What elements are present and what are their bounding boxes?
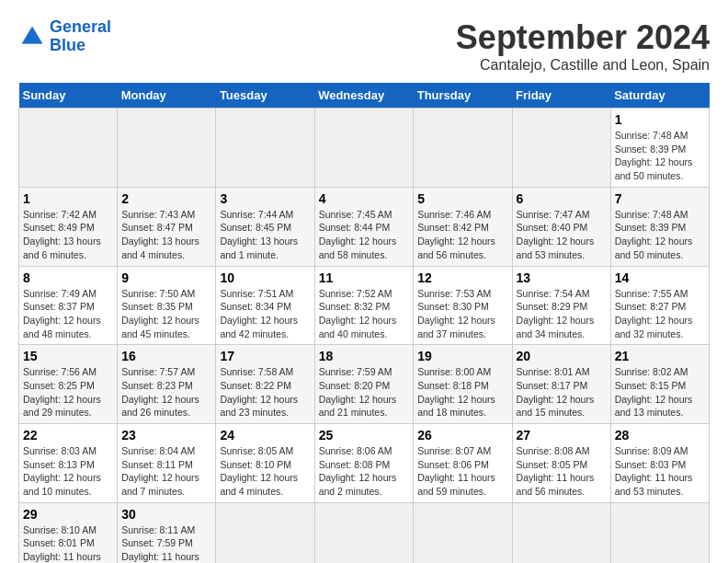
day-number: 29: [23, 507, 113, 522]
day-info: Sunrise: 8:10 AMSunset: 8:01 PMDaylight:…: [23, 523, 113, 563]
calendar-day-cell: 25Sunrise: 8:06 AMSunset: 8:08 PMDayligh…: [314, 424, 414, 503]
calendar-day-cell: 23Sunrise: 8:04 AMSunset: 8:11 PMDayligh…: [118, 424, 216, 503]
calendar-day-cell: 4Sunrise: 7:45 AMSunset: 8:44 PMDaylight…: [314, 187, 414, 266]
day-number: 22: [23, 428, 113, 442]
calendar-day-cell: 30Sunrise: 8:11 AMSunset: 7:59 PMDayligh…: [118, 502, 216, 563]
calendar-day-cell: 2Sunrise: 7:43 AMSunset: 8:47 PMDaylight…: [118, 187, 216, 266]
title-section: September 2024 Cantalejo, Castille and L…: [456, 18, 710, 74]
day-info: Sunrise: 7:43 AMSunset: 8:47 PMDaylight:…: [121, 208, 211, 262]
day-number: 19: [417, 349, 507, 363]
weekday-header-cell: Monday: [118, 83, 216, 109]
day-number: 24: [220, 428, 310, 442]
calendar-day-cell: [19, 109, 118, 188]
weekday-header-cell: Friday: [512, 83, 610, 109]
day-info: Sunrise: 7:42 AMSunset: 8:49 PMDaylight:…: [23, 208, 113, 262]
day-info: Sunrise: 7:56 AMSunset: 8:25 PMDaylight:…: [23, 365, 113, 419]
weekday-header-cell: Wednesday: [314, 83, 414, 109]
day-number: 21: [615, 349, 705, 363]
day-number: 14: [615, 270, 705, 285]
calendar-week-row: 8Sunrise: 7:49 AMSunset: 8:37 PMDaylight…: [19, 266, 710, 345]
day-number: 6: [517, 191, 607, 206]
calendar-day-cell: 8Sunrise: 7:49 AMSunset: 8:37 PMDaylight…: [19, 266, 118, 345]
weekday-header-row: SundayMondayTuesdayWednesdayThursdayFrid…: [19, 83, 710, 109]
day-number: 10: [220, 270, 310, 285]
day-number: 3: [220, 191, 310, 206]
day-number: 26: [417, 428, 507, 442]
day-number: 12: [417, 270, 507, 285]
day-info: Sunrise: 8:01 AMSunset: 8:17 PMDaylight:…: [517, 365, 607, 419]
day-number: 16: [121, 349, 211, 363]
calendar-day-cell: [414, 109, 512, 188]
calendar-day-cell: 20Sunrise: 8:01 AMSunset: 8:17 PMDayligh…: [512, 345, 610, 424]
day-info: Sunrise: 7:49 AMSunset: 8:37 PMDaylight:…: [23, 287, 113, 341]
day-info: Sunrise: 7:55 AMSunset: 8:27 PMDaylight:…: [615, 287, 705, 341]
month-title: September 2024: [456, 18, 710, 57]
day-number: 17: [220, 349, 310, 363]
day-number: 13: [517, 270, 607, 285]
day-info: Sunrise: 7:52 AMSunset: 8:32 PMDaylight:…: [319, 287, 410, 341]
calendar-body: 1Sunrise: 7:48 AMSunset: 8:39 PMDaylight…: [19, 109, 710, 564]
day-number: 30: [121, 507, 211, 522]
day-info: Sunrise: 7:53 AMSunset: 8:30 PMDaylight:…: [417, 287, 507, 341]
calendar-day-cell: [118, 109, 216, 188]
calendar-day-cell: 12Sunrise: 7:53 AMSunset: 8:30 PMDayligh…: [414, 266, 512, 345]
calendar-day-cell: 5Sunrise: 7:46 AMSunset: 8:42 PMDaylight…: [414, 187, 512, 266]
calendar-day-cell: 11Sunrise: 7:52 AMSunset: 8:32 PMDayligh…: [314, 266, 414, 345]
day-info: Sunrise: 8:08 AMSunset: 8:05 PMDaylight:…: [517, 444, 607, 499]
day-number: 9: [121, 270, 211, 285]
calendar-day-cell: 19Sunrise: 8:00 AMSunset: 8:18 PMDayligh…: [414, 345, 512, 424]
calendar-day-cell: 27Sunrise: 8:08 AMSunset: 8:05 PMDayligh…: [512, 424, 610, 503]
day-number: 27: [517, 428, 607, 442]
day-number: 2: [121, 191, 211, 206]
calendar-day-cell: 7Sunrise: 7:48 AMSunset: 8:39 PMDaylight…: [610, 187, 709, 266]
day-number: 28: [615, 428, 705, 442]
day-info: Sunrise: 7:44 AMSunset: 8:45 PMDaylight:…: [220, 208, 310, 262]
calendar-day-cell: 18Sunrise: 7:59 AMSunset: 8:20 PMDayligh…: [314, 345, 414, 424]
day-info: Sunrise: 7:58 AMSunset: 8:22 PMDaylight:…: [220, 365, 310, 419]
location-title: Cantalejo, Castille and Leon, Spain: [456, 57, 710, 74]
weekday-header-cell: Thursday: [414, 83, 512, 109]
calendar-week-row: 29Sunrise: 8:10 AMSunset: 8:01 PMDayligh…: [19, 502, 710, 563]
logo: General Blue: [18, 18, 111, 55]
calendar-day-cell: 9Sunrise: 7:50 AMSunset: 8:35 PMDaylight…: [118, 266, 216, 345]
day-info: Sunrise: 7:48 AMSunset: 8:39 PMDaylight:…: [615, 129, 705, 183]
calendar-day-cell: [314, 109, 414, 188]
day-info: Sunrise: 7:50 AMSunset: 8:35 PMDaylight:…: [121, 287, 211, 341]
day-info: Sunrise: 8:02 AMSunset: 8:15 PMDaylight:…: [615, 365, 705, 419]
day-info: Sunrise: 8:05 AMSunset: 8:10 PMDaylight:…: [220, 444, 310, 499]
calendar-day-cell: 10Sunrise: 7:51 AMSunset: 8:34 PMDayligh…: [216, 266, 314, 345]
calendar-day-cell: 3Sunrise: 7:44 AMSunset: 8:45 PMDaylight…: [216, 187, 314, 266]
calendar-day-cell: [314, 502, 414, 563]
calendar-week-row: 1Sunrise: 7:42 AMSunset: 8:49 PMDaylight…: [19, 187, 710, 266]
day-info: Sunrise: 7:54 AMSunset: 8:29 PMDaylight:…: [517, 287, 607, 341]
calendar-day-cell: 1Sunrise: 7:48 AMSunset: 8:39 PMDaylight…: [610, 109, 709, 188]
day-number: 11: [319, 270, 410, 285]
day-number: 23: [121, 428, 211, 442]
calendar-day-cell: 14Sunrise: 7:55 AMSunset: 8:27 PMDayligh…: [610, 266, 709, 345]
day-info: Sunrise: 8:11 AMSunset: 7:59 PMDaylight:…: [121, 523, 211, 563]
calendar-day-cell: 17Sunrise: 7:58 AMSunset: 8:22 PMDayligh…: [216, 345, 314, 424]
calendar-day-cell: 24Sunrise: 8:05 AMSunset: 8:10 PMDayligh…: [216, 424, 314, 503]
day-info: Sunrise: 7:57 AMSunset: 8:23 PMDaylight:…: [121, 365, 211, 419]
calendar-day-cell: [512, 109, 610, 188]
weekday-header-cell: Tuesday: [216, 83, 314, 109]
day-info: Sunrise: 7:45 AMSunset: 8:44 PMDaylight:…: [319, 208, 410, 262]
day-info: Sunrise: 7:59 AMSunset: 8:20 PMDaylight:…: [319, 365, 410, 419]
calendar-day-cell: [610, 502, 709, 563]
day-info: Sunrise: 7:48 AMSunset: 8:39 PMDaylight:…: [615, 208, 705, 262]
day-info: Sunrise: 7:47 AMSunset: 8:40 PMDaylight:…: [517, 208, 607, 262]
day-info: Sunrise: 8:00 AMSunset: 8:18 PMDaylight:…: [417, 365, 507, 419]
calendar-day-cell: 29Sunrise: 8:10 AMSunset: 8:01 PMDayligh…: [19, 502, 118, 563]
day-number: 15: [23, 349, 113, 363]
day-number: 25: [319, 428, 410, 442]
day-number: 5: [417, 191, 507, 206]
header: General Blue September 2024 Cantalejo, C…: [18, 18, 710, 74]
day-info: Sunrise: 7:51 AMSunset: 8:34 PMDaylight:…: [220, 287, 310, 341]
day-info: Sunrise: 8:03 AMSunset: 8:13 PMDaylight:…: [23, 444, 113, 499]
day-info: Sunrise: 8:09 AMSunset: 8:03 PMDaylight:…: [615, 444, 705, 499]
calendar-week-row: 15Sunrise: 7:56 AMSunset: 8:25 PMDayligh…: [19, 345, 710, 424]
day-number: 20: [517, 349, 607, 363]
calendar-day-cell: 16Sunrise: 7:57 AMSunset: 8:23 PMDayligh…: [118, 345, 216, 424]
svg-marker-1: [22, 27, 43, 44]
logo-icon: [18, 23, 46, 51]
